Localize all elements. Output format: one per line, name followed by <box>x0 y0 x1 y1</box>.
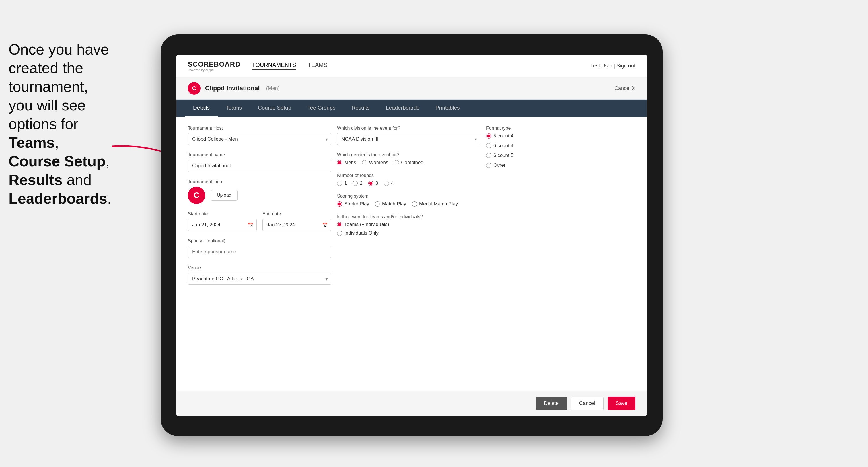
logo-sub: Powered by clippd <box>188 68 214 72</box>
cancel-button-top[interactable]: Cancel X <box>614 86 636 92</box>
tab-leaderboards[interactable]: Leaderboards <box>378 99 427 117</box>
scoring-label: Scoring system <box>337 194 480 199</box>
venue-select[interactable]: Peachtree GC - Atlanta - GA <box>188 273 331 285</box>
format-6count5[interactable]: 6 count 5 <box>486 153 630 158</box>
tab-results[interactable]: Results <box>343 99 377 117</box>
tab-teams[interactable]: Teams <box>218 99 250 117</box>
nav-teams[interactable]: TEAMS <box>308 62 327 70</box>
tablet-device: SCOREBOARD Powered by clippd TOURNAMENTS… <box>161 34 662 436</box>
gender-mens[interactable]: Mens <box>337 160 356 165</box>
gender-combined-radio[interactable] <box>394 160 399 165</box>
tournament-logo: C <box>188 82 200 95</box>
tournament-logo-label: Tournament logo <box>188 179 331 184</box>
format-label: Format type <box>486 126 630 131</box>
cancel-button-bottom[interactable]: Cancel <box>571 397 603 410</box>
tab-details[interactable]: Details <box>185 99 218 117</box>
main-content: Tournament Host Clippd College - Men Tou… <box>177 117 647 416</box>
rounds-group: Number of rounds 1 2 <box>337 173 480 186</box>
venue-select-wrapper: Peachtree GC - Atlanta - GA <box>188 273 331 285</box>
format-6count5-radio[interactable] <box>486 153 491 158</box>
instruction-text: Once you have created the tournament, yo… <box>0 40 138 208</box>
tournament-host-select-wrapper: Clippd College - Men <box>188 133 331 145</box>
format-6count4-radio[interactable] <box>486 143 491 148</box>
save-button[interactable]: Save <box>608 397 636 410</box>
start-date-wrapper: 📅 <box>188 219 257 231</box>
format-5count4[interactable]: 5 count 4 <box>486 133 630 139</box>
delete-button[interactable]: Delete <box>536 397 567 410</box>
end-date-group: End date 📅 <box>262 211 331 231</box>
format-5count4-radio[interactable] <box>486 133 491 138</box>
scoring-radio-group: Stroke Play Match Play Medal Match Play <box>337 201 480 207</box>
venue-label: Venue <box>188 266 331 271</box>
individuals-only[interactable]: Individuals Only <box>337 230 480 236</box>
tournament-name-group: Tournament name <box>188 152 331 172</box>
format-other[interactable]: Other <box>486 162 630 168</box>
form-col-1: Tournament Host Clippd College - Men Tou… <box>188 126 337 382</box>
individuals-only-radio[interactable] <box>337 230 342 236</box>
logo-circle-large: C <box>188 187 205 204</box>
tab-tee-groups[interactable]: Tee Groups <box>299 99 343 117</box>
gender-combined[interactable]: Combined <box>394 160 424 165</box>
teams-label: Is this event for Teams and/or Individua… <box>337 214 480 219</box>
tournament-name-input[interactable] <box>188 160 331 172</box>
tournament-host-group: Tournament Host Clippd College - Men <box>188 126 331 145</box>
scoring-match[interactable]: Match Play <box>375 201 406 207</box>
format-group: Format type 5 count 4 6 count 4 <box>486 126 630 168</box>
nav-tournaments[interactable]: TOURNAMENTS <box>252 62 296 70</box>
tab-printables[interactable]: Printables <box>427 99 468 117</box>
scoring-group: Scoring system Stroke Play Match Play <box>337 194 480 207</box>
sponsor-group: Sponsor (optional) <box>188 238 331 258</box>
nav-left: SCOREBOARD Powered by clippd TOURNAMENTS… <box>188 60 327 72</box>
upload-button[interactable]: Upload <box>211 190 238 200</box>
gender-mens-radio[interactable] <box>337 160 342 165</box>
user-info[interactable]: Test User | Sign out <box>590 63 636 69</box>
scoring-stroke[interactable]: Stroke Play <box>337 201 369 207</box>
logo-area: SCOREBOARD Powered by clippd <box>188 60 240 72</box>
tab-course-setup[interactable]: Course Setup <box>250 99 299 117</box>
end-date-input[interactable] <box>262 219 331 231</box>
format-other-radio[interactable] <box>486 163 491 168</box>
tournament-subtitle: (Men) <box>266 86 280 92</box>
teams-plus-individuals[interactable]: Teams (+Individuals) <box>337 222 480 227</box>
round-2[interactable]: 2 <box>352 181 362 186</box>
scoring-medal-radio[interactable] <box>412 201 417 207</box>
start-date-input[interactable] <box>188 219 257 231</box>
scoring-match-radio[interactable] <box>375 201 380 207</box>
sponsor-input[interactable] <box>188 246 331 258</box>
round-1-radio[interactable] <box>337 181 342 186</box>
round-1[interactable]: 1 <box>337 181 347 186</box>
sponsor-label: Sponsor (optional) <box>188 238 331 244</box>
logo-upload-area: C Upload <box>188 187 331 204</box>
tournament-logo-group: Tournament logo C Upload <box>188 179 331 204</box>
tournament-header: C Clippd Invitational (Men) Cancel X <box>177 77 647 99</box>
gender-womens[interactable]: Womens <box>362 160 389 165</box>
format-6count4[interactable]: 6 count 4 <box>486 143 630 149</box>
gender-group: Which gender is the event for? Mens Wome… <box>337 152 480 165</box>
division-group: Which division is the event for? NCAA Di… <box>337 126 480 145</box>
gender-womens-radio[interactable] <box>362 160 367 165</box>
tournament-host-label: Tournament Host <box>188 126 331 131</box>
tablet-screen: SCOREBOARD Powered by clippd TOURNAMENTS… <box>177 55 647 416</box>
round-3-radio[interactable] <box>368 181 373 186</box>
round-2-radio[interactable] <box>352 181 358 186</box>
division-select[interactable]: NCAA Division III <box>337 133 480 145</box>
start-date-icon: 📅 <box>248 222 253 228</box>
scoring-medal[interactable]: Medal Match Play <box>412 201 458 207</box>
logo-text: SCOREBOARD <box>188 60 240 68</box>
scoring-stroke-radio[interactable] <box>337 201 342 207</box>
round-3[interactable]: 3 <box>368 181 378 186</box>
division-select-wrapper: NCAA Division III <box>337 133 480 145</box>
teams-radio-group: Teams (+Individuals) Individuals Only <box>337 222 480 236</box>
venue-group: Venue Peachtree GC - Atlanta - GA <box>188 266 331 285</box>
form-col-2: Which division is the event for? NCAA Di… <box>337 126 486 382</box>
tournament-name-label: Tournament name <box>188 152 331 157</box>
round-4-radio[interactable] <box>384 181 389 186</box>
rounds-label: Number of rounds <box>337 173 480 178</box>
round-4[interactable]: 4 <box>384 181 394 186</box>
tournament-host-select[interactable]: Clippd College - Men <box>188 133 331 145</box>
division-label: Which division is the event for? <box>337 126 480 131</box>
rounds-radio-group: 1 2 3 4 <box>337 181 480 186</box>
form-col-3: Format type 5 count 4 6 count 4 <box>486 126 636 382</box>
end-date-label: End date <box>262 211 331 217</box>
teams-plus-radio[interactable] <box>337 222 342 227</box>
